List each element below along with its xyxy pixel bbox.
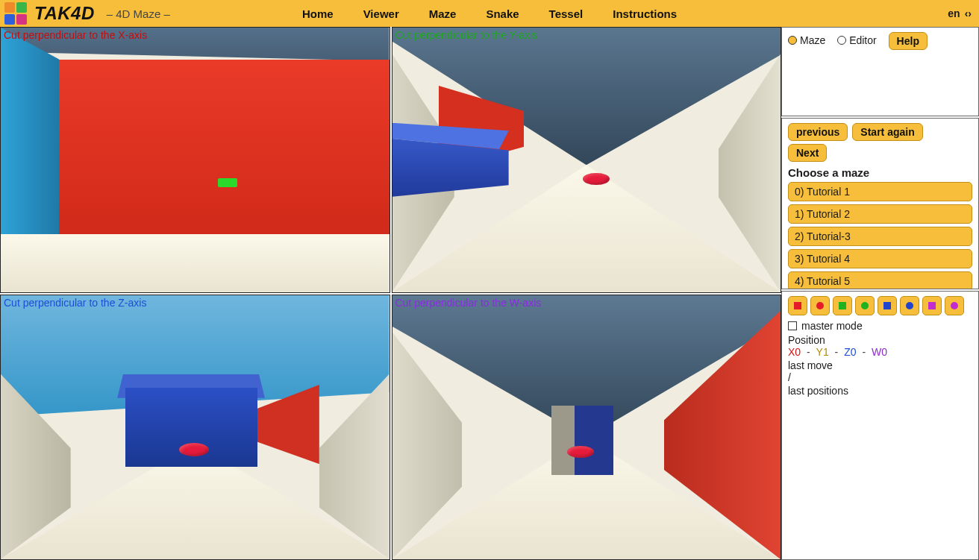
panel-status: master mode Position X0 - Y1 - Z0 - W0 l… — [781, 291, 979, 560]
layout: Cut perpendicular to the X-axis Cut perp… — [0, 27, 979, 560]
scene-y — [392, 28, 781, 292]
nav-instructions[interactable]: Instructions — [613, 7, 677, 20]
target-marker-green — [218, 178, 237, 187]
maze-item-0[interactable]: 0) Tutorial 1 — [788, 182, 972, 201]
pane-y-label: Cut perpendicular to the Y-axis — [395, 29, 538, 41]
master-mode-checkbox[interactable]: master mode — [788, 320, 863, 332]
circle-icon — [861, 302, 869, 309]
scene-x — [1, 28, 390, 292]
pane-x-label: Cut perpendicular to the X-axis — [4, 29, 147, 41]
pane-w-label: Cut perpendicular to the W-axis — [395, 297, 542, 309]
radio-editor[interactable]: Editor — [837, 34, 877, 46]
views-grid: Cut perpendicular to the X-axis Cut perp… — [0, 27, 781, 560]
panel-mode: Maze Editor Help — [781, 27, 979, 116]
shape-purple-square[interactable] — [922, 296, 942, 315]
pos-y: Y1 — [816, 346, 829, 358]
scene-z — [1, 295, 390, 560]
shape-green-square[interactable] — [833, 296, 852, 315]
radio-maze-label: Maze — [800, 34, 825, 46]
help-button[interactable]: Help — [889, 32, 928, 50]
shape-red-circle[interactable] — [810, 296, 830, 315]
language-icon: ‹› — [965, 7, 972, 19]
pane-z[interactable]: Cut perpendicular to the Z-axis — [0, 295, 390, 561]
nav-tessel[interactable]: Tessel — [549, 7, 584, 20]
pane-w[interactable]: Cut perpendicular to the W-axis — [392, 295, 782, 561]
previous-button[interactable]: previous — [788, 123, 848, 141]
circle-icon — [816, 302, 824, 309]
pos-x: X0 — [788, 346, 801, 358]
shape-buttons — [788, 296, 972, 315]
panel-mazes[interactable]: previous Start again Next Choose a maze … — [781, 118, 979, 289]
subtitle: – 4D Maze – — [107, 7, 170, 20]
logo-icon — [4, 2, 27, 25]
shape-red-square[interactable] — [788, 296, 807, 315]
maze-item-1[interactable]: 1) Tutorial 2 — [788, 204, 972, 224]
pane-y[interactable]: Cut perpendicular to the Y-axis — [392, 27, 782, 293]
radio-maze[interactable]: Maze — [788, 34, 825, 46]
shape-blue-square[interactable] — [878, 296, 897, 315]
language-label: en — [948, 7, 960, 19]
shape-purple-circle[interactable] — [945, 296, 964, 315]
pane-x[interactable]: Cut perpendicular to the X-axis — [0, 27, 390, 293]
circle-icon — [951, 302, 958, 309]
pos-z: Z0 — [844, 346, 856, 358]
maze-item-3[interactable]: 3) Tutorial 4 — [788, 249, 972, 268]
maze-item-4[interactable]: 4) Tutorial 5 — [788, 271, 972, 289]
nav: Home Viewer Maze Snake Tessel Instructio… — [302, 0, 677, 27]
start-again-button[interactable]: Start again — [852, 123, 922, 141]
choose-maze-heading: Choose a maze — [788, 166, 972, 179]
radio-dot-icon — [788, 36, 797, 45]
last-move-value: / — [788, 371, 972, 383]
maze-item-2[interactable]: 2) Tutorial-3 — [788, 227, 972, 246]
shape-blue-circle[interactable] — [900, 296, 919, 315]
nav-snake[interactable]: Snake — [486, 7, 519, 20]
nav-viewer[interactable]: Viewer — [363, 7, 399, 20]
checkbox-icon — [788, 321, 797, 330]
scene-w — [392, 295, 781, 560]
pane-z-label: Cut perpendicular to the Z-axis — [4, 297, 146, 309]
brand[interactable]: TAK4D — [34, 3, 95, 24]
player-marker — [583, 173, 610, 185]
sidebar: Maze Editor Help previous Start again Ne… — [781, 27, 979, 560]
square-icon — [928, 302, 936, 309]
last-move-label: last move — [788, 359, 972, 371]
nav-maze[interactable]: Maze — [429, 7, 457, 20]
last-positions-label: last positions — [788, 385, 972, 397]
circle-icon — [906, 302, 913, 309]
radio-dot-icon — [837, 36, 846, 45]
position-value: X0 - Y1 - Z0 - W0 — [788, 346, 972, 358]
radio-editor-label: Editor — [849, 34, 877, 46]
topbar: TAK4D – 4D Maze – Home Viewer Maze Snake… — [0, 0, 979, 27]
shape-green-circle[interactable] — [855, 296, 875, 315]
square-icon — [839, 302, 846, 309]
player-marker — [567, 446, 594, 458]
square-icon — [794, 302, 801, 309]
next-button[interactable]: Next — [788, 144, 827, 162]
pos-w: W0 — [872, 346, 887, 358]
position-label: Position — [788, 334, 972, 346]
language-switcher[interactable]: en ‹› — [948, 7, 972, 19]
nav-home[interactable]: Home — [302, 7, 334, 20]
square-icon — [883, 302, 891, 309]
master-mode-label: master mode — [801, 320, 863, 332]
